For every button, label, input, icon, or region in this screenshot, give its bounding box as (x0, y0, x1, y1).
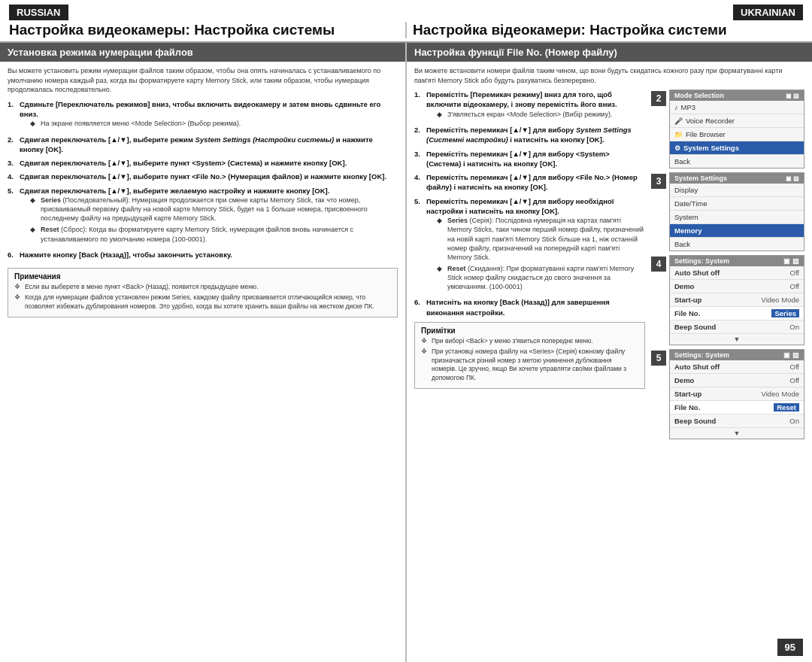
settings-row-startup-1: Start-up Video Mode (670, 293, 804, 307)
menu-item-back-1[interactable]: Back (670, 155, 804, 168)
menu-step-5: 5 Settings: System ▣ ▤ Auto Shut off Off (651, 349, 804, 439)
steps-left: 1. Сдвиньте [Переключатель режимов] вниз… (8, 99, 398, 263)
notes-title-right: Примітки (421, 326, 638, 335)
bullet-right-series: ◆ Series (Серія): Послідовна нумерація н… (437, 216, 645, 262)
intro-text-right: Ви можете встановити номери файлів таким… (414, 66, 804, 85)
note-left-2: ❖ Когда для нумерации файлов установлен … (14, 293, 391, 311)
step-num: 1. (8, 99, 17, 131)
system-settings-menu: System Settings ▣ ▤ Display Date/Time Sy… (669, 172, 804, 251)
menu-title-system: System Settings ▣ ▤ (670, 173, 804, 184)
steps-right: 1. Перемістіть [Перемикач режиму] вниз д… (414, 90, 645, 657)
menu-title-mode: Mode Selection ▣ ▤ (670, 90, 804, 101)
menu-item-memory[interactable]: Memory (670, 224, 804, 238)
step-3-right: 3. Перемістіть перемикач [▲/▼] для вибор… (414, 149, 645, 169)
note-left-1: ❖ Если вы выберете в меню пункт <Back> (… (14, 283, 391, 291)
step-badge-2: 2 (651, 91, 666, 106)
scroll-down-arrow-1: ▼ (670, 334, 804, 345)
settings-menu-series: Settings: System ▣ ▤ Auto Shut off Off D… (669, 255, 804, 345)
menus-panel: 2 Mode Selection ▣ ▤ ♪ MP3 🎤 (651, 90, 804, 657)
settings-row-beep-1: Beep Sound On (670, 320, 804, 334)
main-title-left: Настройка видеокамеры: Настройка системы (9, 22, 399, 38)
menu-item-display[interactable]: Display (670, 184, 804, 197)
bullet-series: ◆ Series (Последовательный): Нумерация п… (30, 196, 398, 223)
menu-item-filebrowser[interactable]: 📁 File Browser (670, 128, 804, 141)
step-4-right: 4. Перемістіть перемикач [▲/▼] для вибор… (414, 172, 645, 193)
step-2-right: 2. Перемістіть перемикач [▲/▼] для вибор… (414, 125, 645, 145)
menu-item-back-2[interactable]: Back (670, 238, 804, 251)
settings-row-fileno-reset[interactable]: File No. Reset (670, 401, 804, 415)
step-1-right: 1. Перемістіть [Перемикач режиму] вниз д… (414, 90, 645, 121)
settings-title-1: Settings: System ▣ ▤ (670, 256, 804, 266)
step-badge-3: 3 (651, 174, 666, 189)
menu-item-datetime[interactable]: Date/Time (670, 197, 804, 211)
menu-item-system-settings[interactable]: ⚙ System Settings (670, 141, 804, 155)
note-right-1: ❖ При виборі <Back> у меню з'явиться поп… (421, 337, 638, 345)
settings-title-2: Settings: System ▣ ▤ (670, 350, 804, 360)
settings-row-demo-1: Demo Off (670, 280, 804, 293)
settings-row-demo-2: Demo Off (670, 374, 804, 387)
intro-text-left: Вы можете установить режим нумерации фай… (8, 66, 398, 95)
menu-step-3: 3 System Settings ▣ ▤ Display Date/Time (651, 172, 804, 251)
step-5-right: 5. Перемістіть перемикач [▲/▼] для вибор… (414, 196, 645, 294)
menu-item-system[interactable]: System (670, 211, 804, 224)
step-6-right: 6. Натисніть на кнопку [Back (Назад)] дл… (414, 297, 645, 317)
settings-row-autoshutoff-2: Auto Shut off Off (670, 360, 804, 374)
settings-row-startup-2: Start-up Video Mode (670, 387, 804, 401)
scroll-down-arrow-2: ▼ (670, 428, 804, 439)
page-number: 95 (777, 639, 803, 656)
mode-selection-menu: Mode Selection ▣ ▤ ♪ MP3 🎤 Voice Recorde… (669, 90, 804, 169)
menu-step-2: 2 Mode Selection ▣ ▤ ♪ MP3 🎤 (651, 90, 804, 169)
bullet: ◆ На экране появляется меню <Mode Select… (30, 119, 398, 128)
notes-box-right: Примітки ❖ При виборі <Back> у меню з'яв… (414, 322, 645, 389)
settings-menu-reset: Settings: System ▣ ▤ Auto Shut off Off D… (669, 349, 804, 439)
section-header-left: Установка режима нумерации файлов (0, 43, 405, 62)
step-2-left: 2. Сдвигая переключатель [▲/▼], выберите… (8, 135, 398, 155)
step-6-left: 6. Нажмите кнопку [Back (Назад)], чтобы … (8, 250, 398, 260)
note-right-2: ❖ При установці номера файлу на «Series»… (421, 348, 638, 382)
section-header-right: Настройка функції File No. (Номер файлу) (407, 43, 812, 62)
settings-row-fileno-series[interactable]: File No. Series (670, 307, 804, 320)
menu-item-voice[interactable]: 🎤 Voice Recorder (670, 114, 804, 128)
step-1-left: 1. Сдвиньте [Переключатель режимов] вниз… (8, 99, 398, 131)
notes-title-left: Примечания (14, 272, 391, 281)
settings-row-autoshutoff-1: Auto Shut off Off (670, 266, 804, 280)
step-badge-4: 4 (651, 257, 666, 272)
lang-badge-russian: RUSSIAN (9, 5, 68, 20)
menu-step-4: 4 Settings: System ▣ ▤ Auto Shut off Off (651, 255, 804, 345)
settings-row-beep-2: Beep Sound On (670, 415, 804, 428)
step-3-left: 3. Сдвигая переключатель [▲/▼], выберите… (8, 158, 398, 168)
main-title-right: Настройка відеокамери: Настройка системи (413, 22, 803, 38)
bullet-right-1: ◆ З'являється екран <Mode Selection> (Ви… (437, 110, 645, 119)
bullet-right-reset: ◆ Reset (Скидання): При форматуванні кар… (437, 264, 645, 291)
bullet-reset: ◆ Reset (Сброс): Когда вы форматируете к… (30, 225, 398, 243)
lang-badge-ukrainian: UKRAINIAN (733, 5, 803, 20)
page: RUSSIAN UKRAINIAN Настройка видеокамеры:… (0, 0, 812, 662)
step-4-left: 4. Сдвигая переключатель [▲/▼], выберите… (8, 172, 398, 181)
step-badge-5: 5 (651, 351, 666, 366)
menu-item-mp3[interactable]: ♪ MP3 (670, 101, 804, 114)
step-5-left: 5. Сдвигая переключатель [▲/▼], выберите… (8, 186, 398, 246)
notes-box-left: Примечания ❖ Если вы выберете в меню пун… (8, 268, 398, 317)
